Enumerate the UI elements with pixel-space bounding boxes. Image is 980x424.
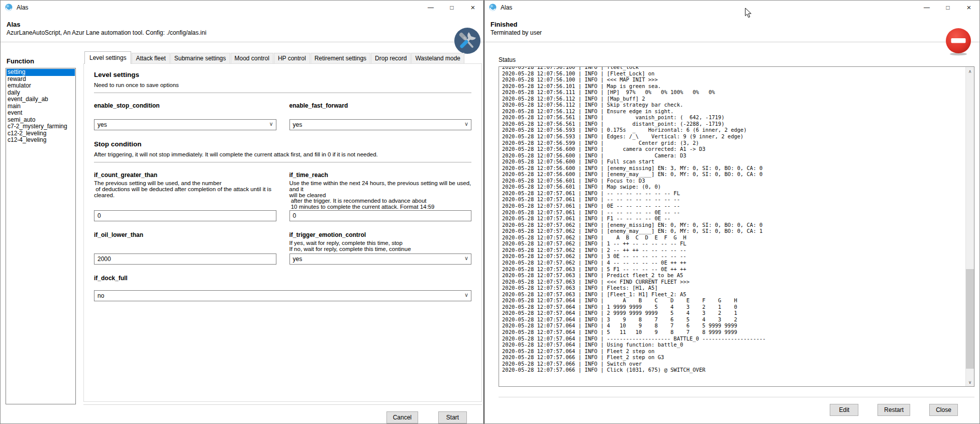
function-list-item[interactable]: setting <box>7 69 75 76</box>
log-line: 2020-05-28 12:07:56.101 | INFO | Map is … <box>502 83 965 90</box>
left-header: Alas AzurLaneAutoScript, An Azur Lane au… <box>1 14 483 42</box>
minimize-button[interactable]: — <box>420 1 441 14</box>
field-description-line: Use the time within the next 24 hours, t… <box>289 181 472 193</box>
tab[interactable]: Retirement settings <box>311 53 370 63</box>
function-list-item[interactable]: semi_auto <box>7 117 75 124</box>
window-title: Alas <box>501 4 512 11</box>
log-line: 2020-05-28 12:07:57.066 | INFO | Click (… <box>502 367 965 373</box>
right-titlebar: Alas — □ × <box>484 1 979 14</box>
form-row: enable_stop_condition yes ∨ <box>94 102 471 130</box>
log-line: 2020-05-28 12:07:57.062 | INFO | A B C D… <box>502 234 965 241</box>
close-button[interactable]: × <box>462 1 483 14</box>
log-line: 2020-05-28 12:07:57.063 | INFO | 5 F1 --… <box>502 266 965 273</box>
log-line: 2020-05-28 12:07:56.599 | INFO | Center … <box>502 140 965 146</box>
log-line: 2020-05-28 12:07:57.066 | INFO | Switch … <box>502 361 965 367</box>
field-label: if_time_reach <box>289 172 472 179</box>
field-control[interactable]: no ∨ <box>94 290 471 301</box>
function-list-item[interactable]: c12-4_leveling <box>7 137 75 144</box>
minimize-button[interactable]: — <box>916 1 937 14</box>
log-line: 2020-05-28 12:07:57.066 | INFO | Fleet_2… <box>502 354 965 361</box>
log-line: 2020-05-28 12:07:56.601 | INFO | Focus t… <box>502 178 965 184</box>
field-description: Use the time within the next 24 hours, t… <box>289 181 472 210</box>
log-output[interactable]: 2020-05-28 12:07:56.100 | INFO | fleet_l… <box>499 66 974 387</box>
status-title: Finished <box>491 21 944 28</box>
scroll-up-icon[interactable]: ∧ <box>966 67 974 75</box>
function-list-item[interactable]: event_daily_ab <box>7 96 75 103</box>
field-control[interactable]: yes ∨ <box>289 119 472 130</box>
log-scrollbar[interactable]: ∧ ∨ <box>965 67 974 386</box>
restart-button[interactable]: Restart <box>877 404 910 416</box>
form-row: if_count_greater_than The previous setti… <box>94 172 471 221</box>
start-button[interactable]: Start <box>438 411 467 423</box>
tab[interactable]: Mood control <box>231 53 273 63</box>
field-control[interactable]: yes ∨ <box>94 119 276 130</box>
tab[interactable]: Wasteland mode <box>411 53 464 63</box>
function-list-item[interactable]: main <box>7 103 75 110</box>
right-header: Finished Terminated by user <box>484 14 979 42</box>
function-list-item[interactable]: c7-2_mystery_farming <box>7 123 75 130</box>
field-control[interactable]: yes ∨ <box>289 253 472 265</box>
section-title: Level settings <box>94 71 471 78</box>
chevron-down-icon: ∨ <box>269 121 273 127</box>
log-lines: 2020-05-28 12:07:56.100 | INFO | fleet_l… <box>499 66 965 386</box>
log-line: 2020-05-28 12:07:56.600 | INFO | camera … <box>502 146 965 152</box>
scrollbar-thumb[interactable] <box>966 269 974 369</box>
log-line: 2020-05-28 12:07:56.112 | INFO | Ensure … <box>502 108 965 115</box>
field-value: 2000 <box>97 256 111 263</box>
log-line: 2020-05-28 12:07:56.111 | INFO | [HP] 97… <box>502 89 965 96</box>
log-line: 2020-05-28 12:07:57.061 | INFO | F1 -- -… <box>502 215 965 222</box>
field-control[interactable]: 0 <box>94 210 276 221</box>
log-line: 2020-05-28 12:07:56.600 | INFO | Full sc… <box>502 158 965 165</box>
field-control[interactable]: 0 <box>289 210 472 221</box>
maximize-button[interactable]: □ <box>441 1 462 14</box>
edit-button[interactable]: Edit <box>830 404 858 416</box>
tab[interactable]: Drop record <box>371 53 411 63</box>
log-line: 2020-05-28 12:07:57.062 | INFO | 3 0E --… <box>502 253 965 260</box>
form-row: if_dock_full no ∨ <box>94 275 471 301</box>
log-line: 2020-05-28 12:07:57.061 | INFO | -- -- -… <box>502 209 965 216</box>
scrollbar-track[interactable] <box>966 75 974 378</box>
cancel-button[interactable]: Cancel <box>386 411 418 423</box>
tab[interactable]: Level settings <box>84 51 131 64</box>
field-value: 0 <box>97 212 101 219</box>
field-value: yes <box>293 256 303 263</box>
left-titlebar-controls: — □ × <box>420 1 483 14</box>
section-title: Stop condition <box>94 140 471 148</box>
log-line: 2020-05-28 12:07:56.112 | INFO | [Map_bu… <box>502 96 965 102</box>
screen: Alas — □ × Alas AzurLaneAutoScript, An A… <box>0 0 980 424</box>
log-line: 2020-05-28 12:07:56.561 | INFO | vanish_… <box>502 114 965 121</box>
form-field: if_time_reach Use the time within the ne… <box>289 172 472 221</box>
field-description-line: of deductions will be deducted after com… <box>94 187 276 199</box>
section-subtitle: After triggering, it will not stop immed… <box>94 151 471 158</box>
log-line: 2020-05-28 12:07:57.062 | INFO | [enemy_… <box>502 222 965 228</box>
field-control[interactable]: 2000 <box>94 253 276 265</box>
divider <box>94 162 471 162</box>
alas-logo-icon <box>5 4 13 11</box>
log-line: 2020-05-28 12:07:57.062 | INFO | 2 -- ++… <box>502 247 965 253</box>
scroll-down-icon[interactable]: ∨ <box>966 378 974 386</box>
close-window-button[interactable]: Close <box>929 404 958 416</box>
form-field: if_count_greater_than The previous setti… <box>94 172 276 221</box>
field-label: if_oil_lower_than <box>94 231 276 238</box>
function-list-item[interactable]: c12-2_leveling <box>7 130 75 137</box>
function-list-item[interactable]: emulator <box>7 82 75 90</box>
function-list-item[interactable]: event <box>7 110 75 117</box>
log-line: 2020-05-28 12:07:57.061 | INFO | -- -- -… <box>502 196 965 203</box>
log-line: 2020-05-28 12:07:57.062 | INFO | [enemy_… <box>502 228 965 234</box>
form-field: enable_stop_condition yes ∨ <box>94 102 276 130</box>
log-line: 2020-05-28 12:07:56.112 | INFO | Skip st… <box>502 102 965 108</box>
function-list-item[interactable]: reward <box>7 76 75 83</box>
sidebar: Function settingrewardemulatordailyevent… <box>1 42 80 423</box>
tab[interactable]: Submarine settings <box>170 53 230 63</box>
function-list[interactable]: settingrewardemulatordailyevent_daily_ab… <box>6 68 76 404</box>
function-list-item[interactable]: daily <box>7 90 75 97</box>
close-button[interactable]: × <box>958 1 979 14</box>
maximize-button[interactable]: □ <box>937 1 958 14</box>
field-label: if_trigger_emotion_control <box>289 231 472 238</box>
field-label: if_dock_full <box>94 275 471 282</box>
log-line: 2020-05-28 12:07:57.064 | INFO | 2 9999 … <box>502 310 965 316</box>
log-line: 2020-05-28 12:07:57.064 | INFO | Fleet 2… <box>502 348 965 355</box>
tab[interactable]: HP control <box>274 53 310 63</box>
field-description-line: If no, wait for reply, complete this tim… <box>289 246 472 252</box>
tab[interactable]: Attack fleet <box>132 53 169 63</box>
